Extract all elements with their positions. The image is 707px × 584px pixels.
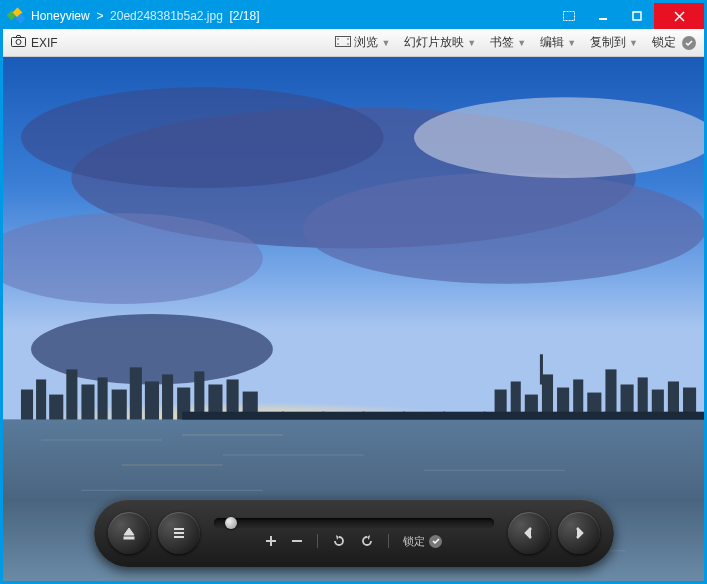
svg-rect-76 xyxy=(124,537,134,539)
svg-point-17 xyxy=(21,87,384,188)
svg-rect-28 xyxy=(98,377,108,419)
window-controls xyxy=(552,3,704,29)
caret-icon: ▼ xyxy=(567,38,576,48)
image-viewport[interactable]: 锁定 xyxy=(3,57,704,581)
lock-toggle-overlay[interactable]: 锁定 xyxy=(403,534,442,549)
menu-button[interactable] xyxy=(158,512,200,554)
copyto-menu[interactable]: 复制到▼ xyxy=(590,34,638,51)
prev-button[interactable] xyxy=(508,512,550,554)
svg-rect-30 xyxy=(130,367,142,419)
minimize-button[interactable] xyxy=(586,3,620,29)
bookmark-menu[interactable]: 书签▼ xyxy=(490,34,526,51)
svg-rect-27 xyxy=(81,385,94,420)
caret-icon: ▼ xyxy=(517,38,526,48)
svg-rect-51 xyxy=(540,354,543,384)
svg-rect-5 xyxy=(633,12,641,20)
edit-menu[interactable]: 编辑▼ xyxy=(540,34,576,51)
player-controls: 锁定 xyxy=(94,499,614,567)
exif-label: EXIF xyxy=(31,36,58,50)
svg-point-11 xyxy=(338,38,340,40)
titlebar: Honeyview > 20ed248381b5a2.jpg [2/18] xyxy=(3,3,704,29)
check-circle-icon xyxy=(682,36,696,50)
rotate-right-button[interactable] xyxy=(360,534,374,548)
svg-rect-31 xyxy=(145,381,159,419)
svg-rect-8 xyxy=(12,38,26,47)
svg-rect-29 xyxy=(112,390,127,420)
svg-point-14 xyxy=(348,43,350,45)
caret-icon: ▼ xyxy=(467,38,476,48)
svg-rect-3 xyxy=(564,12,575,21)
camera-icon xyxy=(11,35,26,50)
app-window: Honeyview > 20ed248381b5a2.jpg [2/18] xyxy=(3,3,704,581)
svg-rect-24 xyxy=(36,379,46,419)
check-circle-icon xyxy=(429,535,442,548)
svg-rect-23 xyxy=(21,390,33,420)
maximize-button[interactable] xyxy=(620,3,654,29)
svg-point-13 xyxy=(338,43,340,45)
caret-icon: ▼ xyxy=(629,38,638,48)
svg-point-20 xyxy=(414,97,704,178)
svg-point-18 xyxy=(303,173,704,284)
svg-rect-25 xyxy=(49,395,63,420)
window-title: Honeyview > 20ed248381b5a2.jpg [2/18] xyxy=(31,9,552,23)
lock-toggle[interactable]: 锁定 xyxy=(652,34,696,51)
fullscreen-button[interactable] xyxy=(552,3,586,29)
eject-button[interactable] xyxy=(108,512,150,554)
close-button[interactable] xyxy=(654,3,704,29)
slider-thumb[interactable] xyxy=(225,517,237,529)
browse-menu[interactable]: 浏览▼ xyxy=(335,34,390,51)
svg-point-12 xyxy=(348,38,350,40)
center-controls: 锁定 xyxy=(200,518,508,549)
zoom-in-button[interactable] xyxy=(265,535,277,547)
svg-rect-26 xyxy=(66,369,77,419)
progress-slider[interactable] xyxy=(214,518,494,528)
rotate-left-button[interactable] xyxy=(332,534,346,548)
app-icon xyxy=(7,7,25,25)
exif-button[interactable]: EXIF xyxy=(11,35,58,50)
svg-point-9 xyxy=(16,40,21,45)
next-button[interactable] xyxy=(558,512,600,554)
svg-rect-10 xyxy=(336,36,351,46)
aspect-icon xyxy=(335,36,351,50)
svg-rect-32 xyxy=(162,374,173,419)
zoom-out-button[interactable] xyxy=(291,535,303,547)
toolbar: EXIF 浏览▼ 幻灯片放映▼ 书签▼ 编辑▼ 复制到▼ 锁定 xyxy=(3,29,704,57)
slideshow-menu[interactable]: 幻灯片放映▼ xyxy=(404,34,476,51)
caret-icon: ▼ xyxy=(381,38,390,48)
